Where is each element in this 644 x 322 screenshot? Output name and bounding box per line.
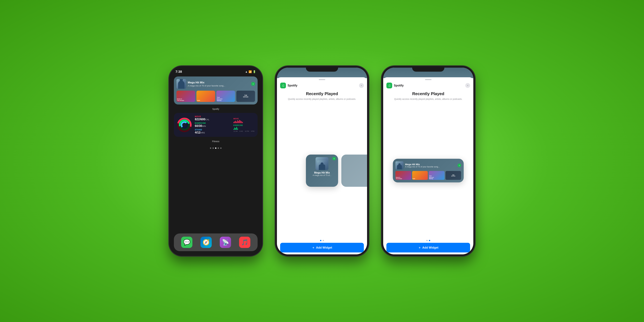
add-widget-plus-icon-3: ＋: [418, 246, 421, 250]
large-mini-text-4: THEOFFICE: [451, 174, 455, 176]
close-icon-2: ×: [361, 84, 362, 87]
large-mini-albums: Down IsThe Dumps Indie YourDiscoverWeekl…: [396, 171, 461, 180]
exercise-label: EXERCISE: [195, 122, 230, 124]
phone-2-screen: ♫ Spotify × Recently Played Quickly acce…: [277, 68, 367, 254]
large-widget-track-info: Mega Hit Mix A mega mix of 75 of your fa…: [405, 163, 456, 168]
close-button-3[interactable]: ×: [465, 83, 470, 88]
spotify-app-icon-2: ♫: [280, 82, 286, 88]
time-label: 6 AM: [240, 130, 243, 132]
sheet-header-left-2: ♫ Spotify: [280, 82, 297, 88]
spotify-widget[interactable]: Mega Hit Mix A mega mix of 75 of your fa…: [174, 76, 258, 104]
dot-2: [212, 148, 214, 149]
chart-time-labels: 12 AM 6 AM 12 PM 6 PM: [234, 130, 254, 132]
widget-sheet-title-3: Recently Played: [386, 91, 470, 96]
bar: [241, 121, 242, 123]
small-widget-title: Mega Hit Mix: [308, 171, 336, 174]
time-label: 6 PM: [251, 130, 254, 132]
chart-exercise-label: EXERCISE: [234, 124, 254, 126]
bar: [242, 122, 243, 123]
app-name-2: Spotify: [288, 84, 297, 87]
app-name-3: Spotify: [394, 84, 404, 87]
large-widget-track-desc: A mega mix of 75 of your favorite song..…: [405, 166, 456, 168]
close-icon-3: ×: [467, 84, 468, 87]
music-icon: 🎵: [241, 239, 248, 246]
fitness-widget[interactable]: MOVE 822/600CAL EXERCISE 60/30MIN STAND …: [174, 113, 258, 137]
large-widget-header: Mega Hit Mix A mega mix of 75 of your fa…: [396, 161, 461, 169]
messages-app-icon[interactable]: 💬: [181, 237, 192, 248]
mini-album-3-text: YourDiscoverWeekly: [217, 96, 222, 101]
large-widget-preview[interactable]: Mega Hit Mix A mega mix of 75 of your fa…: [393, 159, 464, 182]
spotify-icon: ♫: [252, 83, 254, 85]
phone-1-screen: 7:38 ▲ 📶 🔋: [171, 68, 261, 254]
bar: [238, 121, 239, 123]
mini-albums-row: Down IsThe Dumps Indie YourDiscoverWeekl…: [176, 91, 255, 102]
large-mini-text-3: YourDiscoverWeekly: [429, 175, 434, 179]
person-silhouette: [178, 81, 184, 89]
large-mini-text-2: Indie: [413, 178, 415, 179]
bar: [236, 121, 236, 123]
time-display: 7:38: [176, 70, 182, 74]
add-widget-label-2: Add Widget: [316, 246, 332, 250]
dot-4: [218, 148, 219, 149]
preview-dots-3: [386, 240, 470, 241]
sheet-handle-3: [425, 79, 432, 80]
next-widget-preview: [341, 154, 367, 187]
spotify-logo-icon-3: ♫: [388, 84, 391, 88]
spotify-logo-icon-2: ♫: [282, 84, 284, 88]
bar: [240, 120, 241, 123]
mini-album-4: THEOFFICE: [236, 91, 255, 102]
close-button-2[interactable]: ×: [359, 83, 364, 88]
stand-value: 4/12HRS: [195, 131, 230, 134]
status-bar-1: 7:38 ▲ 📶 🔋: [171, 68, 261, 75]
large-widget-album-art: [396, 161, 404, 169]
add-widget-button-3[interactable]: ＋ Add Widget: [386, 243, 470, 252]
messages-icon: 💬: [183, 239, 190, 246]
preview-dot-2-2: [323, 240, 324, 241]
podcast-app-icon[interactable]: 📡: [220, 237, 231, 248]
page-dots: [171, 148, 261, 149]
activity-rings: [177, 118, 192, 132]
add-widget-plus-icon-2: ＋: [312, 246, 315, 250]
sheet-header-2: ♫ Spotify ×: [280, 82, 364, 88]
large-widget-spotify-logo: ♫: [458, 164, 461, 167]
person-head: [320, 162, 324, 165]
mini-album-2-text: Indie: [197, 100, 200, 101]
battery-icon: 🔋: [253, 70, 256, 73]
chart-exercise-bars: [234, 126, 254, 130]
fitness-widget-label: Fitness: [174, 140, 258, 143]
add-widget-button-2[interactable]: ＋ Add Widget: [280, 243, 364, 252]
large-person-head: [398, 163, 400, 166]
track-info: Mega Hit Mix A mega mix of 75 of your fa…: [188, 81, 250, 87]
widget-sheet-desc-3: Quickly access recently played playlists…: [386, 98, 470, 101]
widget-preview-area-2: ♫ Mega Hit Mix A mega mix of 75 of...: [280, 104, 364, 237]
mini-album-4-text: THEOFFICE: [243, 95, 248, 98]
dot-5: [220, 148, 222, 149]
chart-move-label: MOVE: [234, 118, 254, 120]
bg-overlay-2: [277, 68, 367, 78]
track-title: Mega Hit Mix: [188, 81, 250, 84]
small-widget-preview[interactable]: ♫ Mega Hit Mix A mega mix of 75 of...: [306, 154, 338, 187]
ring-stand-fill: [181, 121, 188, 129]
small-widget-spotify-logo: ♫: [332, 157, 336, 160]
spotify-icon-lg: ♫: [459, 164, 460, 166]
widget-sheet-title-2: Recently Played: [280, 91, 364, 96]
phone-1: 7:38 ▲ 📶 🔋: [169, 66, 262, 256]
dock: 💬 🧭 📡 🎵: [174, 234, 258, 251]
large-widget-track-title: Mega Hit Mix: [405, 163, 456, 166]
small-widget-album-art: [316, 157, 328, 170]
large-mini-album-1: Down IsThe Dumps: [396, 171, 411, 180]
preview-dot-1-3: [426, 240, 428, 241]
status-icons: ▲ 📶 🔋: [245, 70, 256, 73]
dot-3: [215, 148, 216, 149]
spotify-widget-label: Spotify: [174, 108, 258, 110]
large-mini-album-3: YourDiscoverWeekly: [429, 171, 444, 180]
phone-3: ♫ Spotify × Recently Played Quickly acce…: [382, 66, 475, 256]
sheet-header-3: ♫ Spotify ×: [386, 82, 470, 88]
widget-sheet-3: ♫ Spotify × Recently Played Quickly acce…: [383, 77, 473, 254]
sheet-handle-2: [319, 79, 325, 80]
spotify-icon-sm: ♫: [334, 158, 335, 160]
safari-app-icon[interactable]: 🧭: [200, 237, 212, 248]
bar: [236, 122, 237, 123]
bar-ex: [236, 127, 237, 130]
music-app-icon[interactable]: 🎵: [239, 237, 250, 248]
